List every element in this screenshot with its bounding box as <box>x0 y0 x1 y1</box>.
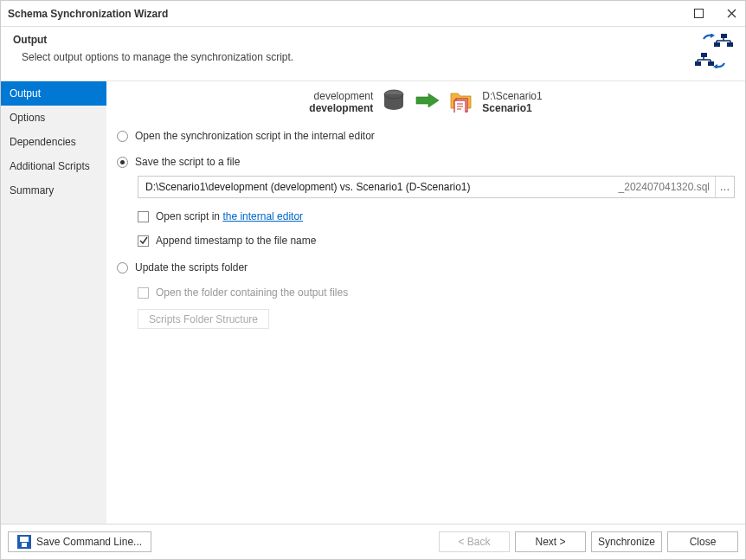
sidebar-label: Additional Scripts <box>10 160 90 172</box>
scripts-folder-icon <box>449 88 473 115</box>
titlebar: Schema Synchronization Wizard <box>1 1 745 27</box>
sidebar-label: Options <box>10 112 45 124</box>
wizard-footer: Save Command Line... < Back Next > Synch… <box>1 525 745 559</box>
sidebar-item-options[interactable]: Options <box>1 106 106 130</box>
radio-save-file[interactable]: Save the script to a file <box>117 150 735 174</box>
radio-label: Update the scripts folder <box>135 261 248 274</box>
sidebar-item-dependencies[interactable]: Dependencies <box>1 130 106 154</box>
arrow-right-icon <box>415 92 441 112</box>
wizard-window: Schema Synchronization Wizard Output Sel… <box>0 0 746 560</box>
sidebar-item-additional-scripts[interactable]: Additional Scripts <box>1 154 106 178</box>
checkbox-icon <box>138 211 149 222</box>
svg-rect-3 <box>721 34 727 38</box>
sidebar: Output Options Dependencies Additional S… <box>1 81 106 524</box>
save-icon <box>17 535 31 549</box>
checkbox-icon <box>138 287 149 299</box>
radio-icon <box>117 157 128 168</box>
check-label: Open the folder containing the output fi… <box>156 286 348 299</box>
sidebar-label: Summary <box>10 184 54 196</box>
database-icon <box>382 88 406 115</box>
check-label: Open script in the internal editor <box>156 210 303 222</box>
check-open-folder: Open the folder containing the output fi… <box>138 281 735 304</box>
wizard-header: Output Select output options to manage t… <box>1 27 745 81</box>
scripts-folder-structure-button: Scripts Folder Structure <box>138 309 269 329</box>
check-open-script[interactable]: Open script in the internal editor <box>138 205 735 228</box>
button-label: Next > <box>535 536 565 548</box>
svg-rect-0 <box>694 10 703 18</box>
radio-open-editor[interactable]: Open the synchronization script in the i… <box>117 124 735 148</box>
content-pane: development development <box>106 81 745 524</box>
maximize-button[interactable] <box>691 7 705 21</box>
destination-info: D:\Scenario1 Scenario1 <box>482 90 542 114</box>
checkbox-icon <box>138 235 149 247</box>
update-folder-options: Open the folder containing the output fi… <box>138 281 735 329</box>
file-suffix: _202407041320.sql <box>614 177 715 197</box>
svg-rect-11 <box>695 61 701 66</box>
internal-editor-link[interactable]: the internal editor <box>222 210 303 222</box>
file-path-row: _202407041320.sql … <box>138 176 735 198</box>
svg-rect-12 <box>708 61 714 66</box>
sync-schema-icon <box>695 34 733 68</box>
browse-button[interactable]: … <box>715 177 734 197</box>
destination-name: Scenario1 <box>482 102 542 114</box>
sidebar-label: Output <box>10 87 41 100</box>
check-append-timestamp[interactable]: Append timestamp to the file name <box>138 229 735 252</box>
window-buttons <box>691 7 738 21</box>
scripts-folder-btn-wrap: Scripts Folder Structure <box>138 309 735 329</box>
radio-label: Save the script to a file <box>135 156 240 168</box>
synchronize-button[interactable]: Synchronize <box>591 531 662 552</box>
source-destination-row: development development <box>117 88 735 115</box>
svg-rect-4 <box>714 42 720 47</box>
svg-marker-17 <box>711 34 715 38</box>
radio-update-folder[interactable]: Update the scripts folder <box>117 255 735 280</box>
source-path: development <box>309 90 373 102</box>
sidebar-item-output[interactable]: Output <box>1 81 106 106</box>
window-title: Schema Synchronization Wizard <box>8 8 691 20</box>
source-name: development <box>309 102 373 114</box>
check-label: Append timestamp to the file name <box>156 235 316 247</box>
radio-icon <box>117 262 128 274</box>
button-label: Synchronize <box>598 536 655 548</box>
radio-label: Open the synchronization script in the i… <box>135 130 375 142</box>
close-footer-button[interactable]: Close <box>667 531 738 552</box>
svg-rect-5 <box>727 42 733 47</box>
back-button: < Back <box>439 531 510 552</box>
sidebar-label: Dependencies <box>10 136 76 148</box>
next-button[interactable]: Next > <box>515 531 586 552</box>
open-script-prefix: Open script in <box>156 210 222 222</box>
svg-rect-10 <box>701 53 707 57</box>
header-description: Select output options to manage the sync… <box>13 51 695 63</box>
button-label: < Back <box>458 536 490 548</box>
wizard-body: Output Options Dependencies Additional S… <box>1 81 745 525</box>
button-label: Save Command Line... <box>36 536 142 548</box>
save-command-line-button[interactable]: Save Command Line... <box>8 531 151 552</box>
header-title: Output <box>13 34 695 46</box>
save-file-options: _202407041320.sql … Open script in the i… <box>138 176 735 252</box>
sidebar-item-summary[interactable]: Summary <box>1 178 106 203</box>
svg-marker-21 <box>416 93 439 107</box>
source-info: development development <box>309 90 373 114</box>
file-path-input[interactable] <box>138 177 614 197</box>
destination-path: D:\Scenario1 <box>482 90 542 102</box>
radio-icon <box>117 131 128 142</box>
close-button[interactable] <box>724 7 738 21</box>
header-text: Output Select output options to manage t… <box>13 34 695 63</box>
button-label: Close <box>690 536 717 548</box>
